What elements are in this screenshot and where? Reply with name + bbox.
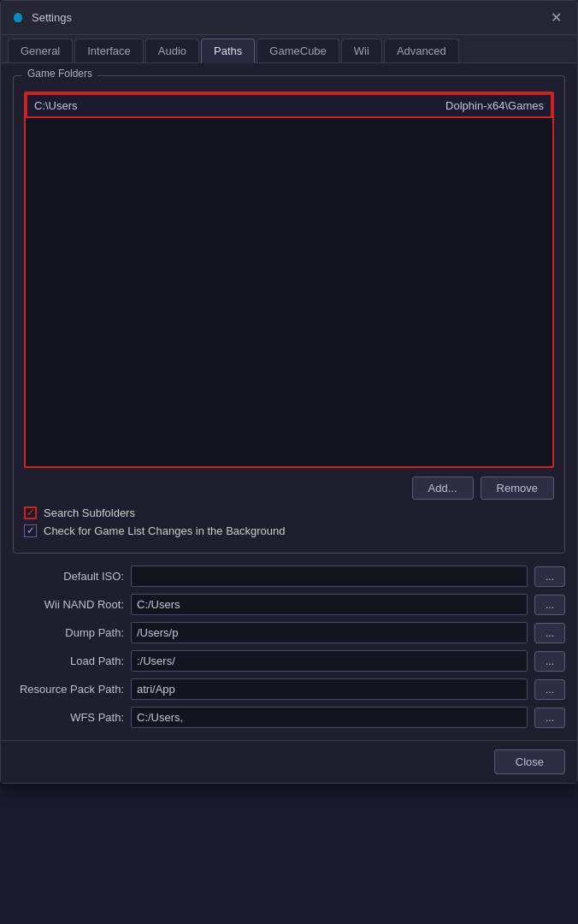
window-close-button[interactable]: ✕ xyxy=(546,8,567,27)
resource-pack-row: Resource Pack Path: ... xyxy=(13,678,565,700)
path-settings-area: Default ISO: ... Wii NAND Root: ... Dump… xyxy=(13,566,565,728)
dump-path-browse-button[interactable]: ... xyxy=(534,623,565,643)
wfs-path-browse-button[interactable]: ... xyxy=(534,708,565,728)
tab-wii[interactable]: Wii xyxy=(341,38,382,62)
search-subfolders-label: Search Subfolders xyxy=(44,506,135,519)
game-folders-list[interactable]: C:\Users Dolphin-x64\Games xyxy=(24,92,554,468)
wii-nand-browse-button[interactable]: ... xyxy=(534,595,565,615)
folder-buttons-row: Add... Remove xyxy=(24,477,554,500)
tab-paths[interactable]: Paths xyxy=(201,38,255,63)
default-iso-browse-button[interactable]: ... xyxy=(534,566,565,587)
game-folders-group: Game Folders C:\Users Dolphin-x64\Games … xyxy=(13,75,565,554)
tab-advanced[interactable]: Advanced xyxy=(384,38,459,62)
tab-gamecube[interactable]: GameCube xyxy=(257,38,339,62)
wii-nand-label: Wii NAND Root: xyxy=(13,598,124,611)
tab-bar: General Interface Audio Paths GameCube W… xyxy=(1,35,577,63)
folder-path-right: Dolphin-x64\Games xyxy=(445,99,544,112)
content-area: Game Folders C:\Users Dolphin-x64\Games … xyxy=(1,63,577,740)
folder-list-item[interactable]: C:\Users Dolphin-x64\Games xyxy=(26,93,552,118)
remove-folder-button[interactable]: Remove xyxy=(481,477,554,500)
wfs-path-input[interactable] xyxy=(131,707,528,728)
load-path-label: Load Path: xyxy=(13,654,124,667)
game-folders-title: Game Folders xyxy=(22,68,97,80)
default-iso-label: Default ISO: xyxy=(13,570,124,583)
app-icon xyxy=(11,11,25,25)
load-path-row: Load Path: ... xyxy=(13,650,565,672)
dump-path-row: Dump Path: ... xyxy=(13,622,565,643)
check-gamelist-row[interactable]: Check for Game List Changes in the Backg… xyxy=(24,524,554,537)
folder-path-left: C:\Users xyxy=(34,99,78,112)
window-title: Settings xyxy=(32,11,72,24)
resource-pack-browse-button[interactable]: ... xyxy=(534,679,565,700)
add-folder-button[interactable]: Add... xyxy=(412,477,474,500)
search-subfolders-row[interactable]: Search Subfolders xyxy=(24,506,554,519)
wfs-path-row: WFS Path: ... xyxy=(13,707,565,728)
dump-path-label: Dump Path: xyxy=(13,626,124,639)
title-bar-left: Settings xyxy=(11,11,72,25)
wfs-path-label: WFS Path: xyxy=(13,711,124,724)
tab-interface[interactable]: Interface xyxy=(74,38,144,62)
load-path-browse-button[interactable]: ... xyxy=(534,651,565,672)
tab-general[interactable]: General xyxy=(8,38,73,62)
tab-audio[interactable]: Audio xyxy=(145,38,199,62)
check-gamelist-checkbox[interactable] xyxy=(24,524,37,537)
default-iso-row: Default ISO: ... xyxy=(13,566,565,587)
wii-nand-row: Wii NAND Root: ... xyxy=(13,594,565,615)
search-subfolders-checkbox[interactable] xyxy=(24,506,37,519)
title-bar: Settings ✕ xyxy=(1,1,577,35)
default-iso-input[interactable] xyxy=(131,566,528,587)
wii-nand-input[interactable] xyxy=(131,594,528,615)
bottom-bar: Close xyxy=(1,740,577,783)
load-path-input[interactable] xyxy=(131,650,528,672)
dump-path-input[interactable] xyxy=(131,622,528,643)
close-button[interactable]: Close xyxy=(494,749,565,774)
settings-window: Settings ✕ General Interface Audio Paths… xyxy=(0,0,578,784)
resource-pack-label: Resource Pack Path: xyxy=(13,683,124,696)
check-gamelist-label: Check for Game List Changes in the Backg… xyxy=(44,524,286,537)
resource-pack-input[interactable] xyxy=(131,678,528,700)
